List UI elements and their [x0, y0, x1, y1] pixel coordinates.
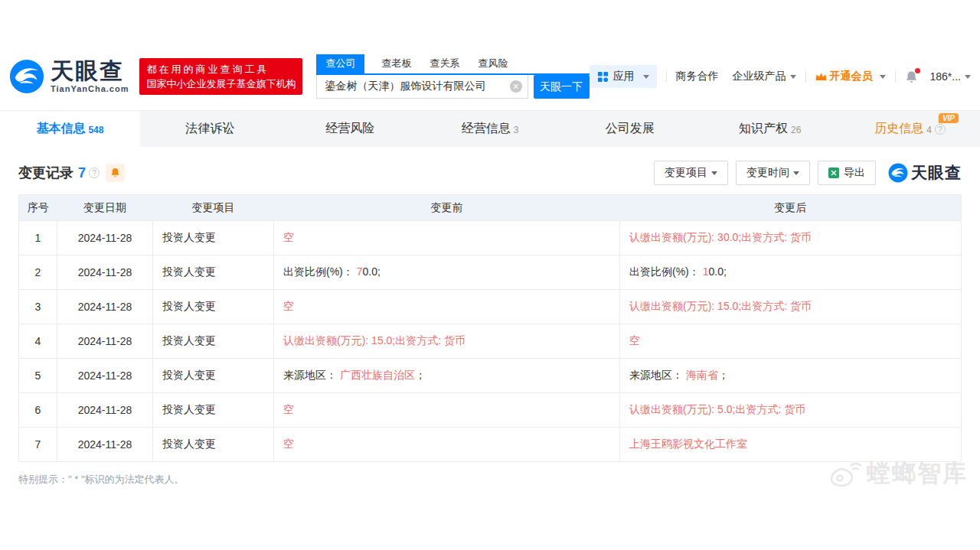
tianyancha-logo[interactable]: 天眼查 TianYanCha.com — [9, 59, 129, 94]
cell-change-date: 2024-11-28 — [57, 428, 153, 462]
chevron-down-icon — [793, 171, 799, 175]
cell-change-date: 2024-11-28 — [57, 359, 153, 393]
tab-3[interactable]: 经营信息3 — [420, 111, 560, 147]
cell-after: 出资比例(%)： 10.0; — [620, 255, 962, 290]
cell-change-date: 2024-11-28 — [57, 221, 153, 255]
weibo-icon — [830, 460, 862, 487]
crown-icon — [815, 72, 827, 82]
excel-icon — [828, 168, 839, 178]
tab-2[interactable]: 经营风险 — [280, 111, 420, 147]
tab-label: 历史信息 — [874, 121, 923, 137]
account-menu[interactable]: 186*... — [930, 70, 971, 83]
change-text-segment: 空 — [629, 334, 640, 347]
tab-label: 基本信息 — [36, 121, 85, 137]
notification-dot — [915, 68, 920, 73]
cell-change-date: 2024-11-28 — [57, 290, 153, 324]
cell-change-item: 投资人变更 — [153, 393, 274, 428]
table-row: 62024-11-28投资人变更空认缴出资额(万元): 5.0;出资方式: 货币 — [19, 393, 962, 428]
change-text-segment: 0.0; — [708, 265, 726, 278]
cell-index: 3 — [19, 290, 57, 324]
help-icon[interactable]: ? — [935, 124, 946, 135]
cell-before: 空 — [274, 221, 620, 255]
cell-index: 5 — [19, 359, 57, 393]
tab-0[interactable]: 基本信息548 — [0, 111, 140, 147]
divider — [895, 71, 896, 83]
nav-apps-label: 应用 — [613, 70, 635, 83]
cell-before: 空 — [274, 428, 620, 462]
section-title: 变更记录 — [18, 164, 74, 182]
tab-label: 知识产权 — [739, 121, 788, 137]
search-tab-2[interactable]: 查关系 — [428, 54, 461, 73]
tab-count: 3 — [514, 125, 519, 135]
page: 天眼查 TianYanCha.com 都在用的商业查询工具 国家中小企业发展子基… — [0, 0, 980, 550]
apps-grid-icon — [597, 71, 609, 83]
cell-before: 空 — [274, 393, 620, 428]
vip-badge: VIP — [939, 113, 959, 123]
table-header-row: 序号变更日期变更项目变更前变更后 — [19, 195, 962, 221]
cell-before: 空 — [274, 290, 620, 324]
account-phone: 186*... — [930, 70, 961, 83]
bell-icon — [110, 168, 120, 177]
search-button[interactable]: 天眼一下 — [534, 75, 590, 99]
top-header: 天眼查 TianYanCha.com 都在用的商业查询工具 国家中小企业发展子基… — [0, 54, 980, 99]
tab-label: 经营信息 — [462, 121, 511, 137]
export-button[interactable]: 导出 — [818, 161, 876, 185]
nav-open-vip[interactable]: 开通会员 — [815, 70, 886, 83]
tab-6[interactable]: 历史信息4?VIP — [840, 111, 980, 147]
divider — [805, 71, 806, 83]
section-actions: 变更项目变更时间 导出 天眼查 — [654, 161, 962, 185]
tab-count: 26 — [791, 125, 801, 135]
change-text-segment: 认缴出资额(万元): 30.0;出资方式: 货币 — [629, 231, 812, 243]
table-row: 42024-11-28投资人变更认缴出资额(万元): 15.0;出资方式: 货币… — [19, 324, 962, 359]
top-nav: 应用 商务合作 企业级产品 开通会员 — [590, 65, 971, 88]
tab-label: 公司发展 — [606, 121, 655, 137]
clear-input-icon[interactable]: ✕ — [510, 80, 522, 93]
change-text-segment: 海南省 — [686, 369, 718, 381]
table-column-header: 变更后 — [620, 195, 962, 221]
change-text-segment: 上海王鸥影视文化工作室 — [629, 438, 747, 450]
divider — [666, 71, 667, 83]
nav-apps-button[interactable]: 应用 — [590, 65, 657, 88]
filter-dropdown-1[interactable]: 变更时间 — [736, 161, 810, 185]
search-tab-0[interactable]: 查公司 — [316, 54, 364, 73]
chevron-down-icon — [965, 75, 971, 79]
footer-note: 特别提示：" * "标识的为法定代表人。 — [18, 473, 962, 487]
tianyancha-watermark-logo: 天眼查 — [888, 162, 962, 184]
tab-4[interactable]: 公司发展 — [560, 111, 700, 147]
search-tabs: 查公司查老板查关系查风险 — [316, 54, 589, 75]
change-text-segment: 认缴出资额(万元): 15.0;出资方式: 货币 — [283, 334, 466, 347]
nav-biz-cooperation[interactable]: 商务合作 — [676, 70, 719, 83]
change-text-segment: 广西壮族自治区 — [340, 369, 415, 381]
slogan-badge: 都在用的商业查询工具 国家中小企业发展子基金旗下机构 — [139, 58, 302, 95]
chevron-down-icon — [643, 75, 649, 79]
change-text-segment: 空 — [283, 438, 294, 450]
nav-enterprise-product[interactable]: 企业级产品 — [733, 70, 796, 83]
subscribe-bell-button[interactable] — [106, 164, 125, 182]
tianyancha-logo-icon — [888, 163, 908, 183]
tab-label: 经营风险 — [325, 121, 374, 137]
cell-index: 7 — [19, 428, 57, 462]
change-text-segment: 认缴出资额(万元): 5.0;出资方式: 货币 — [629, 403, 805, 415]
cell-change-date: 2024-11-28 — [57, 324, 153, 359]
tab-5[interactable]: 知识产权26 — [700, 111, 840, 147]
logo-domain-text: TianYanCha.com — [51, 84, 129, 93]
notification-bell-button[interactable] — [905, 70, 918, 83]
table-row: 32024-11-28投资人变更空认缴出资额(万元): 15.0;出资方式: 货… — [19, 290, 962, 324]
cell-change-item: 投资人变更 — [153, 359, 274, 393]
cell-index: 1 — [19, 221, 57, 255]
slogan-line1: 都在用的商业查询工具 — [146, 62, 296, 76]
search-input[interactable] — [316, 75, 528, 99]
cell-after: 上海王鸥影视文化工作室 — [620, 428, 962, 462]
cell-after: 认缴出资额(万元): 15.0;出资方式: 货币 — [620, 290, 962, 324]
table-row: 52024-11-28投资人变更来源地区： 广西壮族自治区；来源地区： 海南省； — [19, 359, 962, 393]
filter-dropdown-0[interactable]: 变更项目 — [654, 161, 728, 185]
search-tab-1[interactable]: 查老板 — [380, 54, 413, 73]
cell-change-date: 2024-11-28 — [57, 393, 153, 428]
cell-change-item: 投资人变更 — [153, 428, 274, 462]
tab-1[interactable]: 法律诉讼 — [140, 111, 280, 147]
cell-before: 来源地区： 广西壮族自治区； — [274, 359, 620, 393]
help-icon[interactable]: ? — [89, 168, 100, 178]
table-column-header: 序号 — [19, 195, 57, 221]
cell-index: 2 — [19, 255, 57, 290]
search-tab-3[interactable]: 查风险 — [476, 54, 509, 73]
